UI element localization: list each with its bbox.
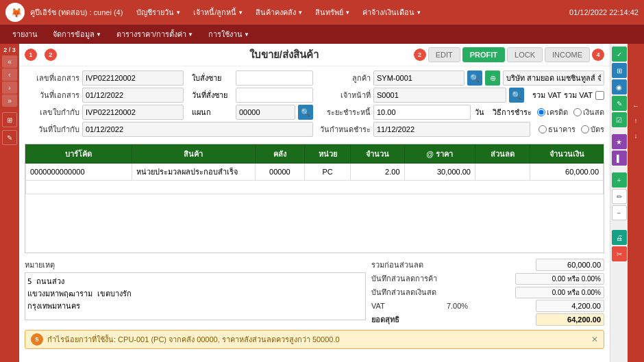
due-date-row: วันกำหนดชำระ ธนาคาร บัตร <box>316 122 604 137</box>
circle-2: 2 <box>45 49 57 61</box>
credit-days-unit: วัน <box>475 106 484 118</box>
subtotal-value[interactable] <box>536 259 604 271</box>
dept-label: แผนก <box>192 106 233 118</box>
staff-id-input[interactable] <box>373 88 506 103</box>
vat-checkbox[interactable] <box>595 91 604 100</box>
nav-settings[interactable]: ตารางราคา/การตั้งค่า ▼ <box>110 26 200 42</box>
nav-assets[interactable]: สินทรัพย์ ▼ <box>310 3 356 21</box>
grand-total-row: ยอดสุทธิ <box>371 313 604 326</box>
rs-circle-btn[interactable]: ◉ <box>612 79 627 94</box>
fr-back-btn[interactable]: ← <box>629 99 643 112</box>
prev-page-btn[interactable]: ‹ <box>2 68 17 81</box>
profit-doc-btn[interactable]: PROFIT <box>462 47 505 62</box>
cell-qty: 2.00 <box>351 164 404 181</box>
edit-doc-btn[interactable]: EDIT <box>428 47 460 62</box>
doc-number-input[interactable] <box>82 70 184 86</box>
customer-search-btn[interactable]: 🔍 <box>467 70 482 86</box>
col-price: @ ราคา <box>404 145 475 164</box>
staff-search-btn[interactable]: 🔍 <box>509 88 524 103</box>
sale-date-input[interactable] <box>236 88 313 103</box>
nav-report[interactable]: รายงาน <box>5 26 45 42</box>
rs-edit-btn[interactable]: ✎ <box>612 96 627 111</box>
vat-value[interactable] <box>536 300 604 312</box>
col-qty: จำนวน <box>351 145 404 164</box>
warning-close-btn[interactable]: ✕ <box>591 335 598 344</box>
cell-total: 60,000.00 <box>530 164 604 181</box>
rs-star-btn[interactable]: ★ <box>612 134 627 149</box>
cash-disc-row: บันทึกส่วนลดเงินสด <box>371 286 604 298</box>
nav-usage[interactable]: การใช้งาน ▼ <box>201 26 256 42</box>
rs-print-btn[interactable]: 🖨 <box>612 230 627 245</box>
product-table: บาร์โค้ด สินค้า คลัง หน่วย จำนวน @ ราคา … <box>25 144 604 194</box>
notes-textarea[interactable]: 5 ถนนส่วง แขวงมหาพฤฒาราม เขตบางรัก กรุงเ… <box>25 272 366 320</box>
sidebar-action-2[interactable]: ✎ <box>2 130 17 145</box>
page-navigation: 2 / 3 « ‹ › » <box>2 47 17 107</box>
datetime-display: 01/12/2022 22:14:42 <box>569 8 639 16</box>
rs-zoom-minus-btn[interactable]: − <box>612 205 627 220</box>
bottom-section: หมายเหตุ 5 ถนนส่วง แขวงมหาพฤฒาราม เขตบาง… <box>19 256 610 330</box>
sidebar-action-1[interactable]: ⊞ <box>2 112 17 127</box>
rs-check-btn[interactable]: ☑ <box>612 112 627 127</box>
ref-date-label: วันที่ใบกำกับ <box>25 123 79 135</box>
col-barcode: บาร์โค้ด <box>26 145 132 164</box>
ref-number-label: เลขใบกำกับ <box>25 106 79 118</box>
due-date-label: วันกำหนดชำระ <box>316 123 371 135</box>
due-date-input[interactable] <box>373 122 530 137</box>
ref-date-input[interactable] <box>82 122 313 137</box>
doc-number-label: เลขที่เอกสาร <box>25 72 79 84</box>
grand-total-value[interactable] <box>536 313 604 326</box>
fr-down-btn[interactable]: ↓ <box>629 129 643 142</box>
warning-circle: 5 <box>31 333 43 346</box>
payment-credit[interactable]: เครดิต <box>537 106 568 118</box>
nav-creditor[interactable]: เจ้าหนี้/ลูกหนี้ ▼ <box>188 3 249 21</box>
subtotal-row: รวมก่อนส่วนลด <box>371 259 604 271</box>
fr-up-btn[interactable]: ↑ <box>629 114 643 127</box>
product-table-wrapper: บาร์โค้ด สินค้า คลัง หน่วย จำนวน @ ราคา … <box>25 144 604 253</box>
rs-grid-btn[interactable]: ⊞ <box>612 63 627 78</box>
cash-disc-value[interactable] <box>515 287 604 298</box>
nav-inventory[interactable]: สินค้าคงคลัง ▼ <box>250 3 308 21</box>
customer-name-input[interactable] <box>503 70 604 86</box>
customer-add-btn[interactable]: ⊕ <box>485 70 500 86</box>
order-type-input[interactable] <box>236 70 313 86</box>
next-page-btn[interactable]: › <box>2 81 17 94</box>
credit-days-row: ระยะชำระหนี้ วัน วิธีการชำระ เครดิต เงิน… <box>316 105 604 120</box>
warning-text: กำไรน้อยกว่าที่ใช้งั้น: CPU-001 (PC) จาก… <box>47 333 340 346</box>
app-logo: 🦊 <box>5 3 25 22</box>
last-page-btn[interactable]: » <box>2 94 17 107</box>
payment-bank[interactable]: ธนาคาร <box>538 123 575 135</box>
form-right: ลูกค้า 🔍 ⊕ เจ้าหน้าที่ 🔍 รวม VAT รวม VAT <box>316 70 604 137</box>
left-sidebar: 2 / 3 « ‹ › » ⊞ ✎ <box>0 44 19 362</box>
payment-cash[interactable]: เงินสด <box>573 106 604 118</box>
rs-confirm-btn[interactable]: ✓ <box>612 47 627 62</box>
col-product: สินค้า <box>132 145 255 164</box>
rs-zoom-plus-btn[interactable]: + <box>612 172 627 188</box>
col-unit: หน่วย <box>305 145 351 164</box>
customer-id-input[interactable] <box>373 70 465 86</box>
trade-disc-label: บันทึกส่วนลดการค้า <box>371 272 437 285</box>
nav-salary[interactable]: ค่าจ้าง/เงินเดือน ▼ <box>357 3 427 21</box>
lock-doc-btn[interactable]: LOCK <box>507 47 543 62</box>
svg-text:🦊: 🦊 <box>11 8 23 18</box>
credit-days-input[interactable] <box>373 105 471 120</box>
ref-number-input[interactable] <box>82 105 184 120</box>
right-sidebar: ✓ ⊞ ◉ ✎ ☑ ★ ▌ + ✏ − 🖨 ✂ <box>610 44 628 362</box>
first-page-btn[interactable]: « <box>2 55 17 68</box>
credit-days-label: ระยะชำระหนี้ <box>316 106 371 118</box>
table-row-empty <box>26 181 604 194</box>
cell-warehouse: 00000 <box>255 164 305 181</box>
rs-pencil-btn[interactable]: ✏ <box>612 189 627 204</box>
page-indicator: 2 / 3 <box>3 47 16 53</box>
dept-search-btn[interactable]: 🔍 <box>298 105 313 120</box>
nav-daily[interactable]: บัญชีรายวัน ▼ <box>131 3 186 21</box>
trade-disc-value[interactable] <box>515 273 604 285</box>
center-content: 1 2 ใบขาย/ส่งสินค้า 2 EDIT PROFIT LOCK I… <box>19 44 610 362</box>
rs-block-btn[interactable]: ▌ <box>612 151 627 166</box>
rs-cut-btn[interactable]: ✂ <box>612 246 627 261</box>
page-title: ใบขาย/ส่งสินค้า <box>249 49 319 60</box>
payment-card[interactable]: บัตร <box>581 123 604 135</box>
dept-input[interactable] <box>236 105 295 120</box>
income-doc-btn[interactable]: INCOME <box>545 47 590 62</box>
doc-date-input[interactable] <box>82 88 184 103</box>
nav-manage[interactable]: จัดการข้อมูล ▼ <box>46 26 108 42</box>
